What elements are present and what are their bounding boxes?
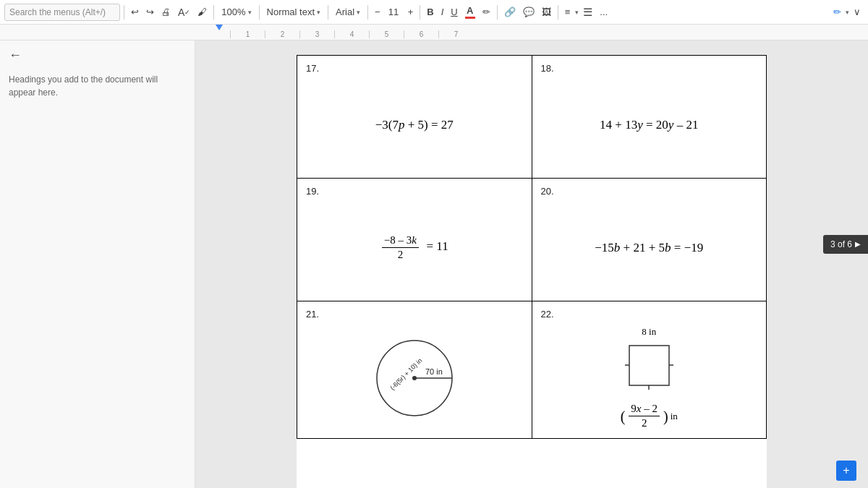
ruler-tick-7: 7	[438, 30, 473, 38]
line-spacing-button[interactable]: ☰	[580, 3, 595, 22]
ruler: 1 2 3 4 5 6 7	[0, 25, 868, 40]
italic-button[interactable]: I	[438, 3, 447, 22]
ruler-tick-2: 2	[265, 30, 299, 38]
separator-1	[124, 5, 124, 20]
link-button[interactable]: 🔗	[501, 3, 519, 22]
menu-search[interactable]: Search the menus (Alt+/)	[4, 4, 120, 21]
ruler-tick-6: 6	[404, 30, 438, 38]
problem-21-cell: 21. 70 in	[297, 301, 532, 439]
problem-22-square	[629, 346, 669, 385]
bold-button[interactable]: B	[424, 3, 436, 22]
problem-19-numerator: −8 – 3k	[382, 234, 419, 248]
undo-button[interactable]: ↩	[128, 3, 142, 22]
problem-17-number: 17.	[306, 63, 523, 74]
print-button[interactable]: 🖨	[158, 3, 174, 22]
problem-20-cell: 20. −15b + 21 + 5b = −19	[532, 179, 767, 301]
ruler-ticks: 1 2 3 4 5 6 7	[195, 25, 868, 40]
separator-3	[259, 5, 260, 20]
problem-17-content: −3(7p + 5) = 27	[306, 80, 523, 170]
text-color-icon: A	[467, 5, 473, 16]
problem-22-paren-open: (	[621, 409, 626, 424]
problem-22-top-label: 8 in	[642, 326, 656, 338]
spellcheck-button[interactable]: A✓	[175, 3, 193, 22]
problem-17-equation: −3(7p + 5) = 27	[375, 118, 454, 132]
problem-18-cell: 18. 14 + 13y = 20y – 21	[532, 56, 767, 179]
problem-17-cell: 17. −3(7p + 5) = 27	[297, 56, 532, 179]
font-label: Arial	[336, 7, 354, 17]
zoom-dropdown[interactable]: 100% ▾	[218, 3, 255, 22]
font-size-increase-button[interactable]: +	[405, 3, 417, 22]
page-indicator-label: 3 of 6	[830, 239, 852, 249]
problem-22-cell: 22. 8 in	[532, 301, 767, 439]
separator-5	[367, 5, 368, 20]
problem-19-fraction: −8 – 3k 2	[382, 234, 419, 261]
problem-22-fraction: 9x – 2 2	[629, 403, 660, 429]
more-options-button[interactable]: ...	[597, 3, 610, 22]
problem-22-numerator: 9x – 2	[629, 403, 660, 416]
font-size-dropdown[interactable]: 11	[385, 3, 404, 22]
ruler-tick-3: 3	[299, 30, 334, 38]
sidebar-info: Headings you add to the document will ap…	[9, 73, 186, 99]
problem-19-denominator: 2	[396, 248, 406, 261]
problem-22-content: 8 in	[541, 325, 758, 430]
separator-6	[420, 5, 420, 20]
highlight-button[interactable]: ✏	[480, 3, 493, 22]
problem-20-content: −15b + 21 + 5b = −19	[541, 202, 758, 293]
font-arrow-icon: ▾	[357, 9, 360, 16]
ruler-tick-1: 1	[230, 30, 265, 38]
separator-7	[497, 5, 498, 20]
sidebar: ← Headings you add to the document will …	[0, 40, 195, 488]
align-button[interactable]: ≡	[562, 3, 574, 22]
problem-22-number: 22.	[541, 309, 758, 320]
floating-action-button[interactable]: +	[836, 461, 856, 481]
editing-mode-arrow-icon: ▾	[846, 9, 849, 16]
problem-19-number: 19.	[306, 186, 523, 197]
problem-18-number: 18.	[541, 63, 758, 74]
problem-20-number: 20.	[541, 186, 758, 197]
problem-22-bottom-label: ( 9x – 2 2 ) in	[621, 403, 678, 429]
document-area[interactable]: 17. −3(7p + 5) = 27 18. 14 + 13y = 20y –…	[195, 40, 868, 488]
ruler-tick-4: 4	[334, 30, 369, 38]
text-color-bar	[465, 17, 475, 19]
problem-18-content: 14 + 13y = 20y – 21	[541, 80, 758, 170]
problem-21-arc-label: (-6(5r) + 10) in	[388, 356, 423, 391]
problem-21-circle-container: 70 in (-6(5r) + 10) in	[306, 325, 523, 430]
problem-22-square-wrapper	[616, 342, 681, 400]
problem-22-unit: in	[671, 411, 678, 422]
back-button[interactable]: ←	[9, 48, 22, 63]
text-style-label: Normal text	[267, 7, 315, 17]
more-options-label: ...	[600, 7, 608, 17]
problem-19-cell: 19. −8 – 3k 2 = 11	[297, 179, 532, 301]
underline-button[interactable]: U	[448, 3, 460, 22]
style-arrow-icon: ▾	[317, 9, 320, 16]
problem-21-number: 21.	[306, 309, 523, 320]
problem-22-denominator: 2	[639, 416, 650, 429]
zoom-arrow-icon: ▾	[248, 9, 252, 16]
main-area: ← Headings you add to the document will …	[0, 40, 868, 488]
problem-22-paren-close: )	[663, 409, 668, 424]
comment-button[interactable]: 💬	[520, 3, 537, 22]
toolbar: Search the menus (Alt+/) ↩ ↪ 🖨 A✓ 🖌 100%…	[0, 0, 868, 25]
redo-button[interactable]: ↪	[143, 3, 157, 22]
problem-18-equation: 14 + 13y = 20y – 21	[600, 118, 698, 132]
search-label: Search the menus (Alt+/)	[9, 7, 106, 17]
collapse-toolbar-button[interactable]: ∨	[851, 3, 864, 22]
problem-19-content: −8 – 3k 2 = 11	[306, 202, 523, 293]
font-size-value: 11	[388, 7, 399, 17]
problem-21-radius-label: 70 in	[425, 367, 443, 376]
problem-21-content: 70 in (-6(5r) + 10) in	[306, 325, 523, 430]
page-next-arrow[interactable]: ▶	[855, 240, 861, 248]
paint-format-button[interactable]: 🖌	[195, 3, 210, 22]
text-color-button[interactable]: A	[462, 3, 478, 22]
font-dropdown[interactable]: Arial ▾	[332, 3, 364, 22]
align-arrow-icon: ▾	[575, 9, 579, 16]
separator-8	[558, 5, 558, 20]
zoom-value: 100%	[221, 7, 245, 17]
text-style-dropdown[interactable]: Normal text ▾	[263, 3, 324, 22]
problem-22-square-svg	[616, 342, 681, 400]
image-button[interactable]: 🖼	[539, 3, 554, 22]
ruler-indicator	[216, 25, 223, 30]
problem-20-equation: −15b + 21 + 5b = −19	[595, 241, 703, 255]
font-size-decrease-button[interactable]: −	[372, 3, 383, 22]
editing-mode-button[interactable]: ✏	[830, 3, 844, 22]
